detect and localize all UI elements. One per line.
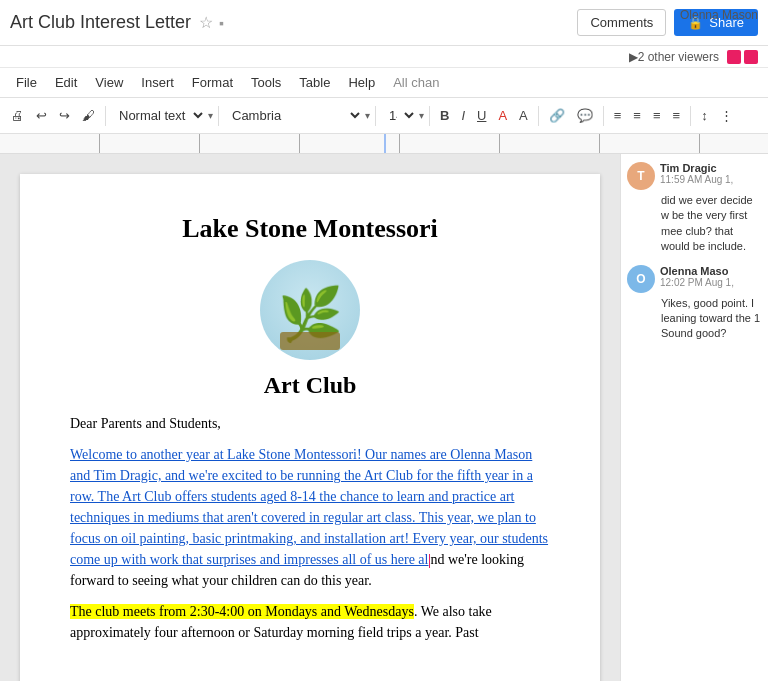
comment-2-text: Yikes, good point. I leaning toward the …: [661, 296, 762, 342]
viewer-dot-1: [727, 50, 741, 64]
ruler-center: [384, 134, 386, 153]
viewers-triangle[interactable]: ▶: [629, 50, 638, 64]
separator-2: [218, 106, 219, 126]
tree-base: [280, 332, 340, 350]
align-center-btn[interactable]: ≡: [628, 105, 646, 126]
separator-4: [429, 106, 430, 126]
comment-1-meta: Tim Dragic 11:59 AM Aug 1,: [660, 162, 733, 185]
comments-sidebar: T Tim Dragic 11:59 AM Aug 1, did we ever…: [620, 154, 768, 681]
doc-subtitle: Art Club: [70, 372, 550, 399]
viewers-text: 2 other viewers: [638, 50, 719, 64]
undo-btn[interactable]: ↩: [31, 105, 52, 126]
doc-body: Dear Parents and Students, Welcome to an…: [70, 413, 550, 643]
doc-title[interactable]: Art Club Interest Letter: [10, 12, 191, 33]
main-content: Lake Stone Montessori 🌿 Art Club Dear Pa…: [0, 154, 768, 681]
more-btn[interactable]: ⋮: [715, 105, 738, 126]
school-logo: 🌿: [70, 260, 550, 360]
size-chevron: ▾: [419, 110, 424, 121]
align-left-btn[interactable]: ≡: [609, 105, 627, 126]
font-chevron: ▾: [365, 110, 370, 121]
size-selector[interactable]: 14 11 12 18 24: [381, 105, 417, 126]
bold-btn[interactable]: B: [435, 105, 454, 126]
align-justify-btn[interactable]: ≡: [668, 105, 686, 126]
comment-1-author: Tim Dragic: [660, 162, 733, 174]
paragraph-2: The club meets from 2:30-4:00 on Mondays…: [70, 601, 550, 643]
menu-table[interactable]: Table: [291, 72, 338, 93]
menu-bar: File Edit View Insert Format Tools Table…: [0, 68, 768, 98]
separator-1: [105, 106, 106, 126]
comment-2-header: O Olenna Maso 12:02 PM Aug 1,: [627, 265, 762, 293]
ruler: [0, 134, 768, 154]
user-name: Olenna Mason: [680, 8, 758, 22]
doc-linked-text: Welcome to another year at Lake Stone Mo…: [70, 447, 548, 567]
menu-file[interactable]: File: [8, 72, 45, 93]
document-page: Lake Stone Montessori 🌿 Art Club Dear Pa…: [20, 174, 600, 681]
align-right-btn[interactable]: ≡: [648, 105, 666, 126]
greeting: Dear Parents and Students,: [70, 413, 550, 434]
viewers-bar: Olenna Mason ▶ 2 other viewers: [0, 46, 768, 68]
separator-7: [690, 106, 691, 126]
underline-btn[interactable]: U: [472, 105, 491, 126]
menu-allchanges[interactable]: All chan: [385, 72, 447, 93]
menu-format[interactable]: Format: [184, 72, 241, 93]
comment-1-time: 11:59 AM Aug 1,: [660, 174, 733, 185]
comment-1: T Tim Dragic 11:59 AM Aug 1, did we ever…: [627, 162, 762, 255]
menu-view[interactable]: View: [87, 72, 131, 93]
paintformat-btn[interactable]: 🖌: [77, 105, 100, 126]
doc-heading: Lake Stone Montessori: [70, 214, 550, 244]
italic-btn[interactable]: I: [456, 105, 470, 126]
highlighted-text: The club meets from 2:30-4:00 on Mondays…: [70, 604, 414, 619]
folder-icon[interactable]: ▪: [219, 15, 224, 31]
comments-button[interactable]: Comments: [577, 9, 666, 36]
style-selector[interactable]: Normal text Heading 1 Heading 2: [111, 105, 206, 126]
menu-edit[interactable]: Edit: [47, 72, 85, 93]
comment-1-text: did we ever decide w be the very first m…: [661, 193, 762, 255]
avatar-tim: T: [627, 162, 655, 190]
menu-tools[interactable]: Tools: [243, 72, 289, 93]
menu-insert[interactable]: Insert: [133, 72, 182, 93]
line-spacing-btn[interactable]: ↕: [696, 105, 713, 126]
paragraph-1: Welcome to another year at Lake Stone Mo…: [70, 444, 550, 591]
font-color-btn[interactable]: A: [493, 105, 512, 126]
title-bar: Art Club Interest Letter ☆ ▪ Comments 🔒 …: [0, 0, 768, 46]
highlight-btn[interactable]: A: [514, 105, 533, 126]
separator-5: [538, 106, 539, 126]
comment-2-author: Olenna Maso: [660, 265, 734, 277]
separator-6: [603, 106, 604, 126]
avatar-olenna: O: [627, 265, 655, 293]
link-btn[interactable]: 🔗: [544, 105, 570, 126]
comment-2: O Olenna Maso 12:02 PM Aug 1, Yikes, goo…: [627, 265, 762, 342]
logo-circle: 🌿: [260, 260, 360, 360]
document-area[interactable]: Lake Stone Montessori 🌿 Art Club Dear Pa…: [0, 154, 620, 681]
comment-2-meta: Olenna Maso 12:02 PM Aug 1,: [660, 265, 734, 288]
viewer-dot-2: [744, 50, 758, 64]
star-icon[interactable]: ☆: [199, 13, 213, 32]
toolbar: 🖨 ↩ ↪ 🖌 Normal text Heading 1 Heading 2 …: [0, 98, 768, 134]
font-selector[interactable]: Cambria Arial Times New Roman: [224, 105, 363, 126]
redo-btn[interactable]: ↪: [54, 105, 75, 126]
menu-help[interactable]: Help: [340, 72, 383, 93]
separator-3: [375, 106, 376, 126]
style-chevron: ▾: [208, 110, 213, 121]
comment-1-header: T Tim Dragic 11:59 AM Aug 1,: [627, 162, 762, 190]
print-btn[interactable]: 🖨: [6, 105, 29, 126]
comment-btn[interactable]: 💬: [572, 105, 598, 126]
comment-2-time: 12:02 PM Aug 1,: [660, 277, 734, 288]
